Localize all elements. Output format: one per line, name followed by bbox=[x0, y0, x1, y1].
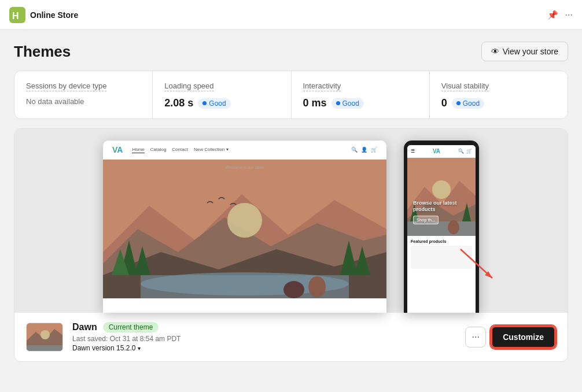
desktop-nav-right: 🔍 👤 🛒 bbox=[351, 147, 377, 153]
metric-visual: Visual stability 0 Good bbox=[430, 71, 568, 119]
theme-card: VA Home Catalog Contact New Collection ▾… bbox=[14, 128, 568, 362]
desktop-nav-links: Home Catalog Contact New Collection ▾ bbox=[132, 147, 228, 153]
metric-interactivity-value: 0 ms bbox=[303, 97, 327, 109]
theme-actions: ··· Customize bbox=[465, 326, 556, 349]
metric-visual-title: Visual stability bbox=[441, 82, 489, 91]
theme-version-label: Dawn version 15.2.0 bbox=[72, 344, 135, 352]
svg-marker-25 bbox=[485, 271, 492, 278]
metric-loading-value-row: 2.08 s Good bbox=[164, 97, 279, 109]
nav-link-collection: New Collection ▾ bbox=[194, 147, 229, 153]
theme-name: Dawn bbox=[72, 322, 97, 332]
metric-interactivity-badge: Good bbox=[331, 98, 364, 109]
mobile-nav-icons: 🔍 🛒 bbox=[458, 149, 472, 154]
mobile-shop-button: Shop th... bbox=[413, 216, 439, 224]
main-content: Themes 👁 View your store Sessions by dev… bbox=[0, 30, 582, 373]
metrics-row: Sessions by device type No data availabl… bbox=[14, 71, 568, 119]
metric-sessions: Sessions by device type No data availabl… bbox=[14, 71, 153, 119]
shopify-logo-icon: H bbox=[9, 7, 25, 23]
svg-point-15 bbox=[308, 276, 326, 297]
svg-point-14 bbox=[283, 281, 304, 298]
theme-name-row: Dawn Current theme bbox=[72, 322, 456, 332]
mobile-featured-item bbox=[411, 246, 472, 269]
badge-loading-label: Good bbox=[209, 99, 226, 108]
metric-sessions-title: Sessions by device type bbox=[26, 82, 106, 91]
theme-preview: VA Home Catalog Contact New Collection ▾… bbox=[14, 129, 568, 313]
theme-last-saved: Last saved: Oct 31 at 8:54 am PDT bbox=[72, 335, 456, 343]
mobile-nav: ☰ VA 🔍 🛒 bbox=[407, 145, 476, 158]
badge-dot-loading bbox=[202, 101, 207, 105]
badge-visual-label: Good bbox=[463, 99, 480, 108]
desktop-mockup: VA Home Catalog Contact New Collection ▾… bbox=[103, 140, 386, 313]
nav-link-catalog: Catalog bbox=[150, 147, 167, 153]
view-store-label: View your store bbox=[503, 47, 558, 56]
mobile-featured-title: Featured products bbox=[411, 239, 472, 243]
mobile-hero: Browse our latest products Shop th... bbox=[407, 158, 476, 236]
metric-interactivity-title: Interactivity bbox=[303, 82, 341, 91]
mobile-search-icon: 🔍 bbox=[458, 149, 464, 154]
page-title: Themes bbox=[14, 43, 71, 61]
mobile-screen: ☰ VA 🔍 🛒 bbox=[407, 145, 476, 313]
user-icon: 👤 bbox=[361, 147, 367, 153]
theme-info: Dawn Current theme Last saved: Oct 31 at… bbox=[72, 322, 456, 352]
mobile-logo-mark: VA bbox=[433, 148, 440, 154]
metric-loading: Loading speed 2.08 s Good bbox=[153, 71, 291, 119]
theme-more-options-button[interactable]: ··· bbox=[465, 327, 486, 347]
metric-visual-value-row: 0 Good bbox=[441, 97, 556, 109]
svg-point-29 bbox=[40, 330, 50, 339]
metric-loading-value: 2.08 s bbox=[164, 97, 193, 109]
desktop-hero-label: Welcome to our store bbox=[226, 165, 264, 169]
theme-footer: Dawn Current theme Last saved: Oct 31 at… bbox=[14, 313, 568, 361]
nav-link-contact: Contact bbox=[172, 147, 188, 153]
hero-landscape-svg bbox=[103, 160, 386, 298]
top-bar: H Online Store 📌 ··· bbox=[0, 0, 582, 30]
mobile-featured: Featured products bbox=[407, 236, 476, 272]
top-bar-left: H Online Store bbox=[9, 7, 78, 23]
top-bar-dots-icon[interactable]: ··· bbox=[565, 10, 573, 20]
view-store-button[interactable]: 👁 View your store bbox=[481, 42, 568, 61]
theme-version-row[interactable]: Dawn version 15.2.0 ▾ bbox=[72, 344, 456, 352]
svg-point-20 bbox=[432, 180, 451, 199]
desktop-hero: Welcome to our store bbox=[103, 160, 386, 298]
metric-loading-title: Loading speed bbox=[164, 82, 213, 91]
mobile-mockup: ☰ VA 🔍 🛒 bbox=[404, 140, 479, 313]
theme-thumbnail bbox=[26, 323, 63, 352]
desktop-logo-mark: VA bbox=[112, 145, 123, 154]
desktop-logo-area: VA bbox=[112, 145, 123, 154]
desktop-nav: VA Home Catalog Contact New Collection ▾… bbox=[103, 140, 386, 160]
theme-thumbnail-svg bbox=[27, 323, 63, 352]
search-icon: 🔍 bbox=[351, 147, 358, 153]
mobile-menu-icon: ☰ bbox=[411, 149, 415, 154]
eye-icon: 👁 bbox=[491, 47, 499, 56]
mobile-cart-icon: 🛒 bbox=[466, 149, 472, 154]
svg-rect-28 bbox=[27, 345, 63, 352]
svg-point-8 bbox=[227, 203, 262, 238]
top-bar-right: 📌 ··· bbox=[547, 10, 573, 20]
metric-loading-badge: Good bbox=[198, 98, 230, 109]
metric-visual-badge: Good bbox=[452, 98, 484, 109]
nav-link-home: Home bbox=[132, 147, 144, 153]
metric-interactivity: Interactivity 0 ms Good bbox=[292, 71, 430, 119]
pin-icon[interactable]: 📌 bbox=[547, 10, 558, 20]
customize-button[interactable]: Customize bbox=[491, 326, 556, 349]
svg-text:H: H bbox=[12, 11, 19, 21]
metric-sessions-no-data: No data available bbox=[26, 97, 141, 106]
chevron-down-icon: ▾ bbox=[138, 345, 141, 352]
current-theme-badge: Current theme bbox=[103, 322, 159, 332]
badge-dot-interactivity bbox=[336, 101, 340, 105]
cart-icon: 🛒 bbox=[371, 147, 377, 153]
badge-interactivity-label: Good bbox=[342, 99, 359, 108]
app-title: Online Store bbox=[30, 10, 78, 20]
metric-interactivity-value-row: 0 ms Good bbox=[303, 97, 418, 109]
mobile-hero-text: Browse our latest products Shop th... bbox=[413, 200, 470, 224]
metric-visual-value: 0 bbox=[441, 97, 447, 109]
badge-dot-visual bbox=[456, 101, 461, 105]
page-header: Themes 👁 View your store bbox=[14, 42, 568, 61]
